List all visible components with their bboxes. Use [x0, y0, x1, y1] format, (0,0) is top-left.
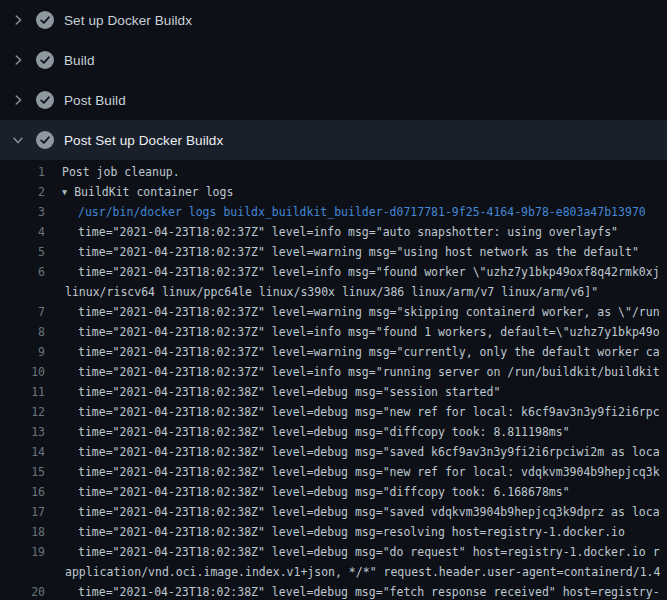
log-text-content: time="2021-04-23T18:02:37Z" level=warnin…: [78, 345, 660, 359]
log-text: time="2021-04-23T18:02:37Z" level=warnin…: [78, 302, 660, 322]
line-number[interactable]: 9: [0, 342, 45, 362]
log-text-content: time="2021-04-23T18:02:38Z" level=debug …: [78, 385, 500, 399]
log-row: 4time="2021-04-23T18:02:37Z" level=info …: [0, 222, 667, 242]
log-row: 18time="2021-04-23T18:02:38Z" level=debu…: [0, 522, 667, 542]
log-row: 16time="2021-04-23T18:02:38Z" level=debu…: [0, 482, 667, 502]
line-number[interactable]: 17: [0, 502, 45, 522]
log-text-content: time="2021-04-23T18:02:38Z" level=debug …: [78, 405, 660, 419]
log-text-content: time="2021-04-23T18:02:38Z" level=debug …: [78, 545, 660, 559]
log-row: 17time="2021-04-23T18:02:38Z" level=debu…: [0, 502, 667, 522]
line-number[interactable]: 11: [0, 382, 45, 402]
check-circle-icon: [36, 51, 54, 69]
log-text: time="2021-04-23T18:02:37Z" level=info m…: [78, 262, 660, 282]
group-caret-down-icon: ▼: [62, 182, 67, 202]
log-text-content: time="2021-04-23T18:02:37Z" level=info m…: [78, 325, 660, 339]
log-text: time="2021-04-23T18:02:37Z" level=info m…: [78, 222, 618, 242]
log-group-toggle[interactable]: ▼BuildKit container logs: [62, 182, 233, 202]
log-row: 7time="2021-04-23T18:02:37Z" level=warni…: [0, 302, 667, 322]
log-text-content: time="2021-04-23T18:02:38Z" level=debug …: [78, 425, 570, 439]
log-text: time="2021-04-23T18:02:37Z" level=warnin…: [78, 342, 660, 362]
log-text: time="2021-04-23T18:02:38Z" level=debug …: [78, 442, 660, 462]
section-post-build[interactable]: Post Build: [0, 80, 667, 120]
log-text-content: /usr/bin/docker logs buildx_buildkit_bui…: [78, 205, 646, 219]
log-row: application/vnd.oci.image.index.v1+json,…: [0, 562, 667, 582]
log-text: time="2021-04-23T18:02:38Z" level=debug …: [78, 502, 660, 522]
log-text-content: time="2021-04-23T18:02:38Z" level=debug …: [78, 465, 660, 479]
section-title: Set up Docker Buildx: [64, 13, 192, 28]
line-number[interactable]: 7: [0, 302, 45, 322]
log-row: 20time="2021-04-23T18:02:38Z" level=debu…: [0, 582, 667, 600]
log-row: 1Post job cleanup.: [0, 162, 667, 182]
log-text: time="2021-04-23T18:02:38Z" level=debug …: [78, 422, 570, 442]
log-row: linux/riscv64 linux/ppc64le linux/s390x …: [0, 282, 667, 302]
log-text: time="2021-04-23T18:02:38Z" level=debug …: [78, 542, 660, 562]
log-row: 3/usr/bin/docker logs buildx_buildkit_bu…: [0, 202, 667, 222]
line-number[interactable]: 4: [0, 222, 45, 242]
line-number[interactable]: 1: [0, 162, 45, 182]
check-circle-icon: [36, 131, 54, 149]
log-text-content: time="2021-04-23T18:02:37Z" level=warnin…: [78, 305, 660, 319]
log-text-content: time="2021-04-23T18:02:38Z" level=debug …: [78, 445, 660, 459]
log-row: 10time="2021-04-23T18:02:37Z" level=info…: [0, 362, 667, 382]
line-number[interactable]: 8: [0, 322, 45, 342]
log-text-content: time="2021-04-23T18:02:38Z" level=debug …: [78, 525, 625, 539]
check-circle-icon: [36, 91, 54, 109]
log-text-content: linux/riscv64 linux/ppc64le linux/s390x …: [65, 285, 598, 299]
log-text-content: time="2021-04-23T18:02:38Z" level=debug …: [78, 505, 660, 519]
log-row: 15time="2021-04-23T18:02:38Z" level=debu…: [0, 462, 667, 482]
chevron-right-icon: [10, 92, 26, 108]
line-number[interactable]: 15: [0, 462, 45, 482]
line-number[interactable]: 13: [0, 422, 45, 442]
section-post-set-up-docker-buildx[interactable]: Post Set up Docker Buildx: [0, 120, 667, 160]
section-set-up-docker-buildx[interactable]: Set up Docker Buildx: [0, 0, 667, 40]
log-row: 14time="2021-04-23T18:02:38Z" level=debu…: [0, 442, 667, 462]
log-text: time="2021-04-23T18:02:38Z" level=debug …: [78, 382, 500, 402]
log-text-content: time="2021-04-23T18:02:37Z" level=info m…: [78, 225, 618, 239]
section-title: Build: [64, 53, 95, 68]
log-row: 9time="2021-04-23T18:02:37Z" level=warni…: [0, 342, 667, 362]
log-text-content: application/vnd.oci.image.index.v1+json,…: [65, 565, 660, 579]
section-title: Post Set up Docker Buildx: [64, 133, 223, 148]
log-text-content: Post job cleanup.: [62, 165, 180, 179]
section-build[interactable]: Build: [0, 40, 667, 80]
log-row: 13time="2021-04-23T18:02:38Z" level=debu…: [0, 422, 667, 442]
log-row: 12time="2021-04-23T18:02:38Z" level=debu…: [0, 402, 667, 422]
line-number[interactable]: 6: [0, 262, 45, 282]
line-number[interactable]: 16: [0, 482, 45, 502]
log-text: time="2021-04-23T18:02:38Z" level=debug …: [78, 462, 660, 482]
log-text: time="2021-04-23T18:02:38Z" level=debug …: [78, 582, 660, 600]
log-command-text: /usr/bin/docker logs buildx_buildkit_bui…: [78, 202, 646, 222]
log-text: time="2021-04-23T18:02:38Z" level=debug …: [78, 482, 570, 502]
log-row: 19time="2021-04-23T18:02:38Z" level=debu…: [0, 542, 667, 562]
log-text-content: time="2021-04-23T18:02:37Z" level=warnin…: [78, 245, 639, 259]
log-row: 2▼BuildKit container logs: [0, 182, 667, 202]
log-text-content: time="2021-04-23T18:02:38Z" level=debug …: [78, 585, 660, 599]
line-number[interactable]: 5: [0, 242, 45, 262]
log-area: 1Post job cleanup.2▼BuildKit container l…: [0, 160, 667, 600]
line-number[interactable]: 19: [0, 542, 45, 562]
log-text: time="2021-04-23T18:02:37Z" level=warnin…: [78, 242, 639, 262]
log-text-content: time="2021-04-23T18:02:37Z" level=info m…: [78, 365, 660, 379]
log-text: application/vnd.oci.image.index.v1+json,…: [65, 562, 660, 582]
chevron-down-icon: [10, 132, 26, 148]
line-number[interactable]: 2: [0, 182, 45, 202]
log-text: time="2021-04-23T18:02:38Z" level=debug …: [78, 402, 660, 422]
line-number[interactable]: 12: [0, 402, 45, 422]
log-text: time="2021-04-23T18:02:37Z" level=info m…: [78, 322, 660, 342]
chevron-right-icon: [10, 12, 26, 28]
log-text-content: BuildKit container logs: [74, 185, 233, 199]
log-text-content: time="2021-04-23T18:02:37Z" level=info m…: [78, 265, 660, 279]
check-circle-icon: [36, 11, 54, 29]
log-text: linux/riscv64 linux/ppc64le linux/s390x …: [65, 282, 598, 302]
log-text-content: time="2021-04-23T18:02:38Z" level=debug …: [78, 485, 570, 499]
log-row: 6time="2021-04-23T18:02:37Z" level=info …: [0, 262, 667, 282]
line-number[interactable]: 10: [0, 362, 45, 382]
log-text: time="2021-04-23T18:02:37Z" level=info m…: [78, 362, 660, 382]
line-number[interactable]: 14: [0, 442, 45, 462]
chevron-right-icon: [10, 52, 26, 68]
line-number[interactable]: 20: [0, 582, 45, 600]
line-number[interactable]: 3: [0, 202, 45, 222]
line-number[interactable]: 18: [0, 522, 45, 542]
log-row: 11time="2021-04-23T18:02:38Z" level=debu…: [0, 382, 667, 402]
section-title: Post Build: [64, 93, 126, 108]
